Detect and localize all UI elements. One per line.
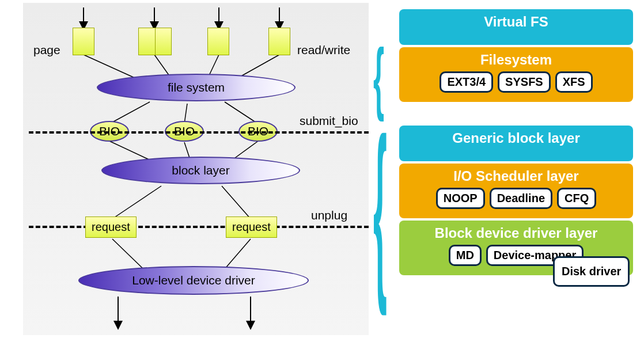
iosched-pill: CFQ [557,188,596,209]
dashed-line-submit [29,131,369,134]
filesystem-layer: Filesystem EXT3/4 SYSFS XFS [399,47,633,102]
virtualfs-title: Virtual FS [484,14,548,30]
iosched-layer: I/O Scheduler layer NOOP Deadline CFQ [399,164,633,218]
unplug-label: unplug [311,208,347,222]
fs-items: EXT3/4 SYSFS XFS [440,71,592,93]
iosched-pill: NOOP [436,188,485,209]
driver-pill: MD [449,245,482,266]
page-box [73,28,94,55]
page-box [268,28,290,55]
filesystem-ellipse: file system [97,74,296,101]
brace-icon: { [373,138,387,275]
diagram-root: page read/write file system BIO BIO BIO … [0,0,644,338]
fs-pill: SYSFS [498,71,551,93]
iosched-pill: Deadline [490,188,552,209]
generic-block-layer: Generic block layer [399,126,633,161]
dashed-line-unplug [29,226,369,228]
iosched-title: I/O Scheduler layer [453,168,578,184]
lowlevel-text: Low-level device driver [132,274,255,287]
page-box [207,28,229,55]
submitbio-label: submit_bio [300,114,358,128]
filesystem-title: Filesystem [480,52,552,68]
fs-pill: XFS [555,71,593,93]
fs-pill: EXT3/4 [440,71,493,93]
blocklayer-text: block layer [172,164,229,177]
virtualfs-layer: Virtual FS [399,9,633,45]
blocklayer-ellipse: block layer [101,157,300,184]
readwrite-label: read/write [297,43,350,57]
page-box-double [138,28,172,55]
request-box: request [226,217,277,238]
lowlevel-ellipse: Low-level device driver [78,266,309,295]
request-box: request [85,217,137,238]
generic-title: Generic block layer [452,130,579,146]
driver-title: Block device driver layer [435,225,598,241]
iosched-items: NOOP Deadline CFQ [436,188,596,209]
page-label: page [33,43,60,57]
disk-driver-pill: Disk driver [553,256,630,287]
filesystem-text: file system [168,81,225,94]
